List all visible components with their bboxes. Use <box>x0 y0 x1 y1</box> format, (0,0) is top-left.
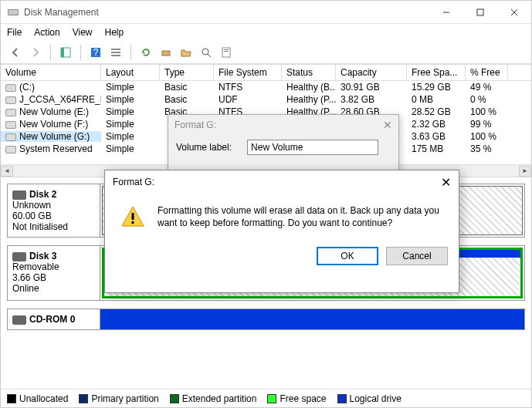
disk-status: Removable <box>12 261 59 272</box>
disk-state: Online <box>12 283 39 294</box>
svg-rect-16 <box>222 48 230 57</box>
legend-swatch-logical <box>337 394 347 403</box>
cell-pct: 100 % <box>466 131 508 142</box>
open-icon[interactable] <box>178 44 195 61</box>
rescan-icon[interactable] <box>158 44 175 61</box>
cell-layout: Simple <box>101 143 160 154</box>
cell-name: New Volume (F:) <box>1 119 101 130</box>
ok-button[interactable]: OK <box>317 247 378 265</box>
svg-rect-13 <box>162 51 170 56</box>
cell-type: Basic <box>160 82 214 93</box>
table-row[interactable]: (C:)SimpleBasicNTFSHealthy (B...30.91 GB… <box>1 81 531 93</box>
properties-icon[interactable] <box>218 44 235 61</box>
legend-free: Free space <box>280 393 326 404</box>
back-button[interactable] <box>7 44 24 61</box>
svg-rect-3 <box>477 9 483 15</box>
search-icon[interactable] <box>198 44 215 61</box>
cell-layout: Simple <box>101 82 160 93</box>
legend-extended: Extended partition <box>182 393 257 404</box>
disk-2-label: Disk 2 Unknown 60.00 GB Not Initialised <box>8 184 100 237</box>
cell-status: Healthy (B... <box>282 82 336 93</box>
svg-rect-1 <box>8 10 18 15</box>
volume-icon <box>5 146 16 153</box>
svg-rect-12 <box>111 55 120 56</box>
forward-button[interactable] <box>27 44 44 61</box>
col-layout[interactable]: Layout <box>101 65 160 80</box>
disk-icon <box>12 191 26 200</box>
cell-free: 2.32 GB <box>407 119 466 130</box>
table-row[interactable]: J_CCSA_X64FRE_E...SimpleBasicUDFHealthy … <box>1 93 531 106</box>
maximize-button[interactable] <box>463 1 497 24</box>
cell-name: System Reserved <box>1 143 101 154</box>
disk-title: Disk 2 <box>29 189 56 200</box>
cell-name: (C:) <box>1 82 101 93</box>
legend-swatch-extended <box>170 394 179 403</box>
volume-icon <box>5 84 16 92</box>
cell-pct: 35 % <box>466 143 508 154</box>
scroll-left-icon[interactable]: ◄ <box>1 166 13 177</box>
cell-cap: 3.82 GB <box>336 94 407 105</box>
help-icon[interactable]: ? <box>87 44 104 61</box>
legend-swatch-free <box>267 394 276 403</box>
svg-rect-11 <box>111 52 120 53</box>
volume-label-input[interactable] <box>247 140 378 155</box>
disk-3-label: Disk 3 Removable 3.66 GB Online <box>8 246 100 300</box>
cell-pct: 0 % <box>466 94 508 105</box>
cell-type: Basic <box>160 94 214 105</box>
cancel-button[interactable]: Cancel <box>386 247 448 265</box>
col-filesystem[interactable]: File System <box>214 65 282 80</box>
volume-icon <box>5 96 16 104</box>
disk-title: CD-ROM 0 <box>29 314 75 325</box>
svg-text:?: ? <box>93 47 99 58</box>
titlebar: Disk Management <box>1 1 531 24</box>
menu-view[interactable]: View <box>73 27 93 38</box>
format-dialog-title: Format G: <box>175 120 216 130</box>
disk-title: Disk 3 <box>29 251 56 261</box>
cell-layout: Simple <box>101 131 160 142</box>
col-status[interactable]: Status <box>282 65 336 80</box>
disk-icon <box>12 252 26 261</box>
disk-state: Not Initialised <box>12 221 68 232</box>
cell-free: 15.29 GB <box>407 82 466 93</box>
legend-swatch-primary <box>79 394 88 403</box>
cdrom-icon <box>12 315 26 325</box>
cell-pct: 49 % <box>466 82 508 93</box>
col-freespace[interactable]: Free Spa... <box>407 65 466 80</box>
col-volume[interactable]: Volume <box>1 65 101 80</box>
refresh-icon[interactable] <box>137 44 154 61</box>
format-dialog-close-icon[interactable]: ✕ <box>383 119 392 131</box>
svg-line-15 <box>208 54 211 57</box>
svg-rect-19 <box>132 213 134 220</box>
legend-logical: Logical drive <box>350 393 402 404</box>
menu-action[interactable]: Action <box>34 27 59 38</box>
cell-pct: 100 % <box>466 106 508 117</box>
menu-file[interactable]: File <box>7 27 22 38</box>
confirm-dialog-close-icon[interactable]: ✕ <box>441 175 451 190</box>
cell-name: New Volume (E:) <box>1 106 101 117</box>
show-hide-console-tree-icon[interactable] <box>57 44 74 61</box>
confirm-dialog-title: Format G: <box>113 177 154 187</box>
cell-layout: Simple <box>101 119 160 130</box>
window-title: Disk Management <box>24 7 429 18</box>
action-list-icon[interactable] <box>107 44 124 61</box>
volume-icon <box>5 133 16 141</box>
cell-name: J_CCSA_X64FRE_E... <box>1 94 101 105</box>
cdrom-label: CD-ROM 0 <box>8 309 100 329</box>
minimize-button[interactable] <box>429 1 463 24</box>
toolbar: ? <box>1 41 531 64</box>
disk-size: 3.66 GB <box>12 272 46 283</box>
col-pctfree[interactable]: % Free <box>466 65 508 80</box>
menu-help[interactable]: Help <box>105 27 124 38</box>
scroll-right-icon[interactable]: ► <box>519 166 531 177</box>
volume-list-header: Volume Layout Type File System Status Ca… <box>1 64 531 81</box>
disk-size: 60.00 GB <box>12 211 52 221</box>
disk-status: Unknown <box>12 200 51 211</box>
svg-point-14 <box>202 49 208 55</box>
cdrom-row[interactable]: CD-ROM 0 <box>7 309 525 330</box>
volume-icon <box>5 109 16 116</box>
col-capacity[interactable]: Capacity <box>336 65 407 80</box>
col-type[interactable]: Type <box>160 65 214 80</box>
close-button[interactable] <box>497 1 531 24</box>
cell-free: 3.63 GB <box>407 131 466 142</box>
svg-rect-10 <box>111 49 120 50</box>
